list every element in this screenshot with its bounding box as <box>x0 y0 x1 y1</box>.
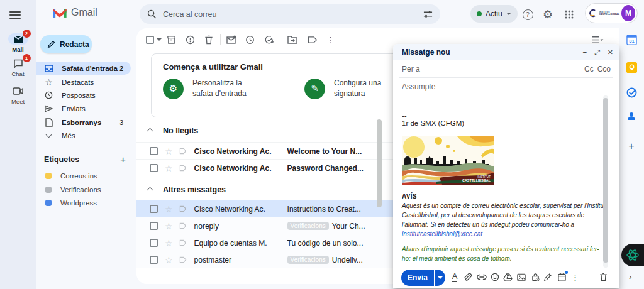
sidebar-label-correus[interactable]: Correus ins <box>36 169 131 182</box>
search-options-icon[interactable] <box>423 9 433 19</box>
collapse-icon[interactable] <box>147 128 153 134</box>
main-menu-icon[interactable] <box>9 9 21 18</box>
star-icon[interactable]: ☆ <box>165 205 173 214</box>
insert-signature-icon[interactable] <box>541 270 554 284</box>
expand-icon[interactable]: ⤢ <box>594 49 600 56</box>
calendar-invite-icon[interactable] <box>555 270 568 284</box>
close-icon[interactable]: ✕ <box>608 49 613 56</box>
avatar[interactable]: M <box>621 5 635 21</box>
search-bar[interactable]: Cerca al correu <box>140 4 440 24</box>
search-icon[interactable] <box>147 9 157 19</box>
personalize-inbox-action[interactable]: ⚙ Personalitza lasafata d'entrada <box>163 78 247 100</box>
select-all-checkbox[interactable] <box>146 33 154 46</box>
compose-body[interactable]: -- 1r de SMX (CFGM) INSTITUT CASTELLBISB… <box>402 99 601 263</box>
send-options-icon[interactable] <box>435 270 445 286</box>
collapse-icon[interactable] <box>147 187 153 193</box>
recipients-row[interactable]: Per a Cc Cco <box>399 60 613 78</box>
label-icon[interactable] <box>308 33 318 46</box>
status-dot-icon <box>477 11 482 16</box>
sidebar-label-worldpress[interactable]: Worldpress <box>36 196 131 209</box>
apps-grid-icon[interactable] <box>561 6 577 23</box>
get-addons-icon[interactable]: + <box>625 140 638 153</box>
sidebar-item-drafts[interactable]: Esborranys 3 <box>36 116 131 129</box>
star-icon[interactable]: ☆ <box>165 222 173 231</box>
sidebar-item-more[interactable]: Més <box>36 129 131 142</box>
toolbar-divider <box>220 34 221 45</box>
account-pill[interactable]: INSTITUT CASTELLBISBAL M <box>585 3 638 23</box>
attach-file-icon[interactable] <box>461 270 474 284</box>
status-selector[interactable]: Actiu <box>470 5 518 23</box>
subject-input[interactable]: Assumpte <box>402 82 435 91</box>
sidebar-item-snoozed[interactable]: Posposats <box>36 89 131 102</box>
sidebar-item-starred[interactable]: ☆ Destacats <box>36 75 131 89</box>
sidebar-label-verificacions[interactable]: Verificacions <box>36 183 131 196</box>
bcc-button[interactable]: Cco <box>597 65 611 74</box>
tasks-app-icon[interactable] <box>625 86 638 99</box>
row-checkbox[interactable] <box>150 147 158 155</box>
importance-marker-icon[interactable] <box>179 165 187 172</box>
rail-item-meet[interactable]: Meet <box>0 85 36 105</box>
row-checkbox[interactable] <box>150 239 158 247</box>
row-checkbox[interactable] <box>150 222 158 230</box>
importance-marker-icon[interactable] <box>179 239 187 246</box>
sidebar-count: 3 <box>119 119 123 126</box>
more-options-icon[interactable]: ⋮ <box>326 33 335 46</box>
subject-row[interactable]: Assumpte <box>399 78 613 95</box>
star-icon: ☆ <box>44 77 53 87</box>
notice-link[interactable]: institutcastellbisbal@xtec.cat <box>402 231 482 237</box>
contacts-app-icon[interactable] <box>625 110 638 123</box>
compose-scrollbar[interactable] <box>603 98 608 263</box>
confidential-mode-icon[interactable] <box>529 270 541 284</box>
star-icon[interactable]: ☆ <box>165 164 173 173</box>
discard-draft-icon[interactable] <box>597 270 609 284</box>
search-input[interactable]: Cerca al correu <box>163 10 216 19</box>
gmail-m-icon <box>53 8 67 18</box>
archive-icon[interactable] <box>167 33 176 46</box>
star-icon[interactable]: ☆ <box>165 256 173 264</box>
sidebar-item-inbox[interactable]: Safata d'entrada 2 <box>36 62 131 75</box>
select-dropdown-icon[interactable] <box>157 33 162 46</box>
rail-item-mail[interactable]: 2 Mail <box>0 33 36 53</box>
meet-icon <box>13 87 23 95</box>
row-checkbox[interactable] <box>150 256 158 264</box>
mark-unread-icon[interactable] <box>226 33 236 46</box>
sidebar-item-label: Destacats <box>62 79 94 86</box>
row-checkbox[interactable] <box>150 205 158 213</box>
report-spam-icon[interactable] <box>186 33 195 46</box>
add-to-tasks-icon[interactable] <box>264 33 274 46</box>
minimize-icon[interactable]: – <box>583 49 587 56</box>
formatting-options-icon[interactable]: A <box>448 270 461 284</box>
compose-header[interactable]: Missatge nou – ⤢ ✕ <box>393 44 619 60</box>
more-send-options-icon[interactable]: ⋮ <box>569 270 582 284</box>
snooze-icon[interactable] <box>245 33 255 46</box>
help-icon[interactable]: ? <box>519 6 536 23</box>
rail-item-chat[interactable]: 1 Chat <box>0 58 36 77</box>
insert-photo-icon[interactable] <box>515 270 528 284</box>
calendar-app-icon[interactable]: 31 <box>625 33 638 46</box>
hide-panel-icon[interactable]: › <box>629 272 631 281</box>
move-to-icon[interactable] <box>287 33 297 46</box>
extension-button[interactable] <box>621 244 644 266</box>
send-button[interactable]: Envia <box>401 270 434 286</box>
star-icon[interactable]: ☆ <box>165 239 173 248</box>
add-label-icon[interactable]: + <box>120 154 126 165</box>
drive-icon[interactable] <box>501 270 514 284</box>
sidebar-item-sent[interactable]: Enviats <box>36 102 131 115</box>
compose-button[interactable]: Redacta <box>40 35 92 53</box>
importance-marker-icon[interactable] <box>179 256 187 263</box>
importance-marker-icon[interactable] <box>179 205 187 212</box>
star-icon[interactable]: ☆ <box>165 147 173 156</box>
insert-emoji-icon[interactable] <box>489 270 501 284</box>
insert-link-icon[interactable] <box>475 270 488 284</box>
to-label: Per a <box>402 65 420 74</box>
importance-marker-icon[interactable] <box>179 222 187 229</box>
gmail-logo[interactable]: Gmail <box>53 7 97 18</box>
settings-gear-icon[interactable]: ⚙ <box>540 6 556 23</box>
delete-icon[interactable] <box>204 33 213 46</box>
importance-marker-icon[interactable] <box>179 148 187 155</box>
setup-signature-action[interactable]: ✎ Configura unasignatura <box>304 78 381 100</box>
row-checkbox[interactable] <box>150 164 158 172</box>
list-scrollbar[interactable] <box>377 119 382 207</box>
cc-button[interactable]: Cc <box>584 65 594 74</box>
keep-app-icon[interactable] <box>625 61 638 74</box>
